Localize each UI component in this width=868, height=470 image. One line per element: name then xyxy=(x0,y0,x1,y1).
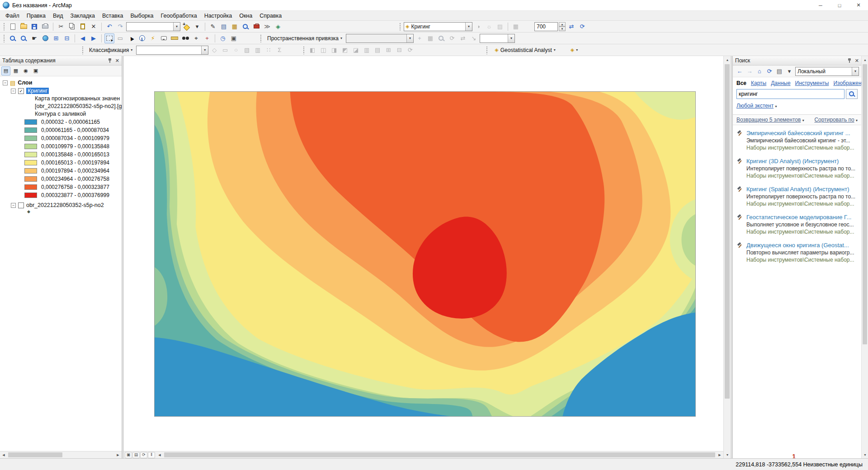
scroll-left-icon[interactable]: ◀ xyxy=(156,451,163,459)
find-route-icon[interactable]: ⌖ xyxy=(191,33,201,43)
toolbar-grip[interactable] xyxy=(260,34,262,42)
shift-raster-icon[interactable]: ⇄ xyxy=(458,33,468,43)
group-graphics-icon[interactable]: ⊞ xyxy=(383,45,393,55)
legend-entry[interactable]: 0,000061165 - 0,000087034 xyxy=(0,126,122,134)
draw-polygon-icon[interactable]: ◇ xyxy=(209,45,219,55)
hyperlink-icon[interactable]: ⚡ xyxy=(148,33,158,43)
chevron-down-icon[interactable]: ▾ xyxy=(508,34,514,42)
chevron-down-icon[interactable]: ▾ xyxy=(201,46,208,54)
add-data-icon[interactable] xyxy=(181,22,191,32)
html-popup-icon[interactable] xyxy=(159,33,169,43)
standard-combo[interactable]: ▾ xyxy=(126,22,180,31)
editor-toolbar-icon[interactable]: ✎ xyxy=(208,22,218,32)
copy-icon[interactable] xyxy=(67,22,77,32)
legend-swatch[interactable] xyxy=(24,176,37,182)
chevron-down-icon[interactable]: ▾ xyxy=(173,23,180,31)
layout-view-button[interactable]: ▤ xyxy=(132,452,140,458)
menu-item[interactable]: Вид xyxy=(49,12,67,20)
legend-swatch[interactable] xyxy=(24,184,37,190)
collapse-icon[interactable]: − xyxy=(3,80,8,85)
next-extent-icon[interactable]: ▶ xyxy=(89,33,99,43)
georeferencing-rotation-input[interactable]: ▾ xyxy=(480,34,515,43)
menu-item[interactable]: Вставка xyxy=(99,12,127,20)
fixed-zoom-in-icon[interactable]: ⊞ xyxy=(51,33,61,43)
legend-entry[interactable]: 0,000165013 - 0,000197894 xyxy=(0,159,122,167)
search-index-options-icon[interactable]: ▤ xyxy=(775,67,784,76)
search-tab-all[interactable]: Все xyxy=(736,80,746,86)
pin-icon[interactable] xyxy=(108,58,112,63)
search-index-dropdown-icon[interactable]: ▾ xyxy=(785,67,794,76)
python-window-icon[interactable]: ≫ xyxy=(262,22,272,32)
collapse-icon[interactable]: − xyxy=(11,89,16,94)
delete-icon[interactable]: ✕ xyxy=(89,22,99,32)
catalog-window-icon[interactable]: ▦ xyxy=(230,22,240,32)
extent-filter-link[interactable]: Любой экстент xyxy=(736,103,774,109)
align-left-icon[interactable]: ◧ xyxy=(307,45,317,55)
model-builder-icon[interactable]: ◈ xyxy=(273,22,283,32)
arctoolbox-icon[interactable] xyxy=(251,22,261,32)
go-to-xy-icon[interactable]: + xyxy=(202,33,212,43)
legend-entry[interactable]: 0,000323877 - 0,000376999 xyxy=(0,191,122,199)
geostatistical-analyst-menu[interactable]: ◈ Geostatistical Analyst ▾ xyxy=(491,46,558,55)
save-icon[interactable] xyxy=(29,22,39,32)
legend-swatch[interactable] xyxy=(24,152,37,157)
list-by-visibility-icon[interactable]: ◉ xyxy=(21,66,30,75)
scroll-left-icon[interactable]: ◀ xyxy=(0,451,7,459)
legend-swatch[interactable] xyxy=(24,127,37,133)
list-by-drawing-order-icon[interactable]: ▤ xyxy=(1,66,10,75)
search-refresh-icon[interactable]: ⟳ xyxy=(765,67,774,76)
menu-item[interactable]: Выборка xyxy=(127,12,157,20)
search-button[interactable] xyxy=(846,89,858,99)
view-link-table-icon[interactable]: ▦ xyxy=(425,33,435,43)
toc-horizontal-scrollbar[interactable]: ◀ ▶ xyxy=(0,451,122,458)
result-title-link[interactable]: Геостатистическое моделирование Г... xyxy=(746,213,859,221)
close-button[interactable]: ✕ xyxy=(849,0,868,10)
legend-entry[interactable]: 0,000032 - 0,000061165 xyxy=(0,118,122,126)
menu-item[interactable]: Закладка xyxy=(67,12,99,20)
layer-checkbox-unchecked[interactable] xyxy=(18,202,24,208)
align-center-icon[interactable]: ◫ xyxy=(318,45,328,55)
rotate-graphics-icon[interactable]: ⟳ xyxy=(405,45,415,55)
fixed-zoom-out-icon[interactable]: ⊟ xyxy=(62,33,72,43)
measure-icon[interactable] xyxy=(170,33,179,43)
scroll-down-icon[interactable]: ▼ xyxy=(862,451,868,458)
toc-item-kriging[interactable]: − ✓ Кригинг xyxy=(0,87,122,95)
pan-icon[interactable]: ☛ xyxy=(29,33,39,43)
map-canvas[interactable] xyxy=(124,56,723,451)
redo-icon[interactable]: ↷ xyxy=(115,22,125,32)
print-icon[interactable] xyxy=(40,22,50,32)
legend-swatch[interactable] xyxy=(24,144,37,149)
ungroup-graphics-icon[interactable]: ⊟ xyxy=(394,45,404,55)
menu-item[interactable]: Настройка xyxy=(201,12,236,20)
refresh-view-button[interactable]: ⟳ xyxy=(140,452,147,458)
contrast-icon[interactable]: ◑ xyxy=(473,22,483,32)
undo-icon[interactable]: ↶ xyxy=(104,22,114,32)
legend-swatch[interactable] xyxy=(24,160,37,165)
time-slider-icon[interactable]: ◷ xyxy=(218,33,228,43)
cut-icon[interactable]: ✂ xyxy=(56,22,66,32)
scatterplot-icon[interactable]: ∷ xyxy=(264,45,274,55)
scroll-right-icon[interactable]: ▶ xyxy=(716,451,723,459)
toc-item-layers[interactable]: − ▤ Слои xyxy=(0,79,122,87)
toolbar-grip[interactable] xyxy=(82,46,84,54)
rotate-raster-icon[interactable]: ⟳ xyxy=(447,33,457,43)
minimize-button[interactable]: ─ xyxy=(811,0,830,10)
spinner-up-icon[interactable]: ▲ xyxy=(559,22,566,27)
refresh-map-icon[interactable]: ⟳ xyxy=(577,22,587,32)
data-view-button[interactable]: ▣ xyxy=(125,452,132,458)
distribute-vertical-icon[interactable]: ▤ xyxy=(373,45,382,55)
zoom-out-icon[interactable] xyxy=(19,33,28,43)
geostatistical-layer-menu[interactable]: ◈ ▾ xyxy=(566,46,580,54)
scrollbar-thumb[interactable] xyxy=(863,64,867,344)
transparency-icon[interactable]: ▨ xyxy=(495,22,505,32)
search-vertical-scrollbar[interactable]: ▲ ▼ xyxy=(861,56,868,458)
legend-entry[interactable]: 0,000234964 - 0,000276758 xyxy=(0,175,122,183)
menu-item[interactable]: Файл xyxy=(2,12,23,20)
toolbar-grip[interactable] xyxy=(3,23,5,31)
paste-icon[interactable] xyxy=(78,22,88,32)
result-title-link[interactable]: Кригинг (3D Analyst) (Инструмент) xyxy=(746,157,859,165)
pin-icon[interactable] xyxy=(847,58,852,63)
statistics-icon[interactable]: Σ xyxy=(274,45,284,55)
menu-item[interactable]: Окна xyxy=(236,12,256,20)
align-bottom-icon[interactable]: ◪ xyxy=(351,45,361,55)
